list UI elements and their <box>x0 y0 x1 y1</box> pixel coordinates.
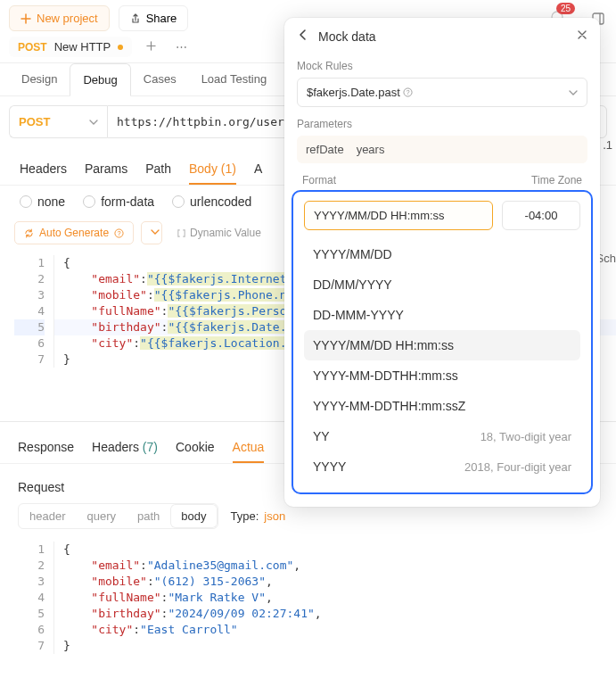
svg-text:?: ? <box>118 229 121 237</box>
request-pill-row: header query path body Type: json <box>0 503 616 538</box>
radio-urlencoded-label: urlencoded <box>190 194 251 209</box>
auto-generate-dropdown[interactable] <box>141 221 162 244</box>
radio-none[interactable]: none <box>20 194 65 209</box>
brackets-icon <box>177 228 186 238</box>
format-option[interactable]: YYYY/MM/DD HH:mm:ss <box>304 330 580 360</box>
format-option-label: DD/MM/YYYY <box>313 277 392 292</box>
tab-headers[interactable]: Headers <box>20 154 67 185</box>
format-input[interactable] <box>304 201 493 230</box>
method-value: POST <box>19 115 50 128</box>
method-select[interactable]: POST <box>9 105 107 138</box>
tab-cases[interactable]: Cases <box>131 63 189 95</box>
tab-design[interactable]: Design <box>9 63 70 95</box>
format-option[interactable]: YY18, Two-digit year <box>304 421 580 451</box>
restab-headers[interactable]: Headers (7) <box>92 433 158 463</box>
panel-body: Mock Rules $fakerjs.Date.past ? Paramete… <box>284 60 600 174</box>
restab-response[interactable]: Response <box>18 433 74 463</box>
mock-data-panel: Mock data Mock Rules $fakerjs.Date.past … <box>284 18 600 507</box>
parameters-label: Parameters <box>297 118 587 130</box>
add-tab-button[interactable] <box>141 37 161 57</box>
arrow-left-icon <box>297 29 309 41</box>
format-dropdown: YYYY/MM/DD DD/MM/YYYY DD-MMM-YYYY YYYY/M… <box>292 190 593 494</box>
window-tab-http[interactable]: POST New HTTP <box>9 37 132 57</box>
format-inputs <box>304 201 580 230</box>
request-pill-group: header query path body <box>18 503 218 529</box>
format-option[interactable]: YYYY-MM-DDTHH:mm:ss <box>304 360 580 391</box>
new-project-button[interactable]: New project <box>9 5 110 31</box>
svg-text:?: ? <box>407 88 410 96</box>
mock-rule-select[interactable]: $fakerjs.Date.past ? <box>297 78 587 107</box>
help-icon: ? <box>114 228 124 238</box>
gutter: 1234567 <box>14 542 53 654</box>
format-option-label: YY <box>313 429 330 443</box>
back-button[interactable] <box>297 29 309 44</box>
share-button[interactable]: Share <box>119 5 189 31</box>
panel-header: Mock data <box>284 18 600 54</box>
tab-debug[interactable]: Debug <box>70 63 130 96</box>
type-label: Type: <box>231 509 259 523</box>
tab-path[interactable]: Path <box>145 154 171 185</box>
code-lines: { "email":"Adaline35@gmail.com", "mobile… <box>53 542 616 654</box>
restab-actual[interactable]: Actua <box>233 433 265 463</box>
close-button[interactable] <box>577 29 587 43</box>
format-option[interactable]: DD/MM/YYYY <box>304 269 580 300</box>
chevron-down-icon <box>569 88 578 97</box>
dynamic-value-label: Dynamic Value <box>190 227 261 239</box>
unsaved-dot-icon <box>118 45 123 50</box>
tab-method: POST <box>18 41 47 54</box>
tab-title: New HTTP <box>54 40 111 54</box>
format-option-hint: 2018, Four-digit year <box>464 460 571 474</box>
share-icon <box>130 13 141 24</box>
tab-body[interactable]: Body (1) <box>189 154 236 185</box>
tab-params[interactable]: Params <box>85 154 127 185</box>
format-option[interactable]: YYYY-MM-DDTHH:mm:ssZ <box>304 391 580 421</box>
type-json: json <box>264 509 285 523</box>
tab-auth[interactable]: A <box>254 154 262 185</box>
pill-query[interactable]: query <box>76 504 127 528</box>
tab-body-count: (1) <box>221 161 236 176</box>
panel-title: Mock data <box>318 29 568 44</box>
format-option-hint: 18, Two-digit year <box>480 430 571 443</box>
format-option-label: YYYY-MM-DDTHH:mm:ssZ <box>313 399 465 413</box>
format-option-label: YYYY <box>313 459 346 474</box>
restab-headers-label: Headers <box>92 440 139 454</box>
format-label: Format <box>302 174 531 186</box>
dynamic-value-button[interactable]: Dynamic Value <box>177 227 261 239</box>
param-refdate[interactable]: refDate <box>306 143 344 156</box>
gutter: 1234567 <box>14 255 53 368</box>
format-option-label: YYYY/MM/DD HH:mm:ss <box>313 338 454 352</box>
notification-badge: 25 <box>556 3 575 14</box>
close-icon <box>577 29 587 40</box>
response-body-viewer: 1234567 { "email":"Adaline35@gmail.com",… <box>0 538 616 654</box>
pill-header[interactable]: header <box>19 504 76 528</box>
format-option[interactable]: YYYY/MM/DD <box>304 239 580 269</box>
tab-more-button[interactable]: ⋯ <box>170 37 193 57</box>
timezone-label: Time Zone <box>531 174 582 186</box>
plus-icon <box>146 41 156 51</box>
radio-form-data[interactable]: form-data <box>83 194 154 209</box>
help-icon: ? <box>403 87 413 97</box>
format-option-label: YYYY-MM-DDTHH:mm:ss <box>313 368 458 383</box>
format-option[interactable]: YYYY2018, Four-digit year <box>304 451 580 482</box>
mock-rule-value: $fakerjs.Date.past ? <box>307 86 413 99</box>
pill-path[interactable]: path <box>127 504 170 528</box>
restab-cookie[interactable]: Cookie <box>176 433 215 463</box>
pill-body[interactable]: body <box>170 504 217 528</box>
format-option[interactable]: DD-MMM-YYYY <box>304 300 580 330</box>
share-label: Share <box>146 12 177 25</box>
timezone-input[interactable] <box>502 201 580 230</box>
plus-icon <box>21 13 31 24</box>
tab-load-testing[interactable]: Load Testing <box>189 63 280 95</box>
auto-generate-button[interactable]: Auto Generate ? <box>14 221 134 244</box>
restab-headers-count: (7) <box>143 440 158 454</box>
radio-urlencoded[interactable]: urlencoded <box>172 194 251 209</box>
chevron-down-icon <box>151 228 160 236</box>
format-option-label: YYYY/MM/DD <box>313 247 392 261</box>
format-options: YYYY/MM/DD DD/MM/YYYY DD-MMM-YYYY YYYY/M… <box>304 239 580 482</box>
parameters-row: refDate years <box>297 136 587 163</box>
refresh-icon <box>24 228 34 238</box>
mock-rules-label: Mock Rules <box>297 60 587 72</box>
radio-none-label: none <box>37 194 65 209</box>
param-years[interactable]: years <box>357 143 385 156</box>
http-version-label: .1 <box>603 138 612 152</box>
